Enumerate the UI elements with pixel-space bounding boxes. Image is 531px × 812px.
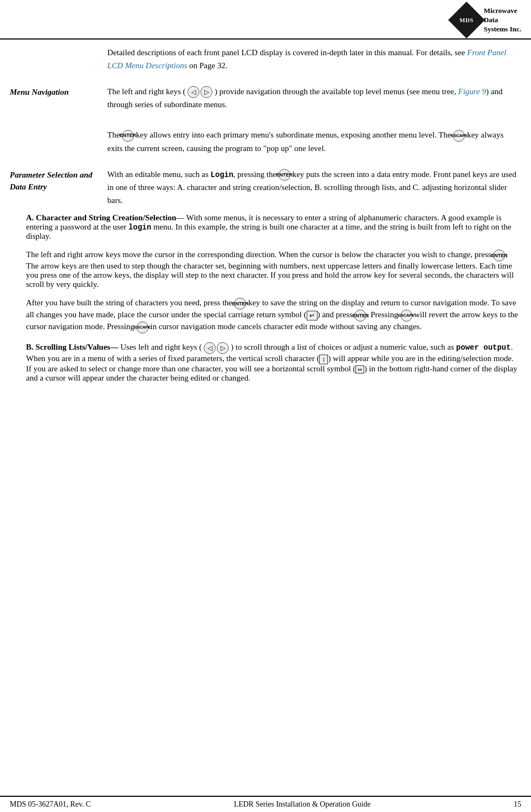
enter-key-icon: ENTER	[122, 130, 134, 142]
login-menu-label: login	[128, 223, 151, 232]
menu-nav-body: The left and right keys ( ◁ ▷ ) provide …	[107, 85, 520, 155]
main-content: Detailed descriptions of each front pane…	[0, 40, 531, 415]
menu-nav-section: Menu Navigation The left and right keys …	[0, 78, 531, 161]
logo: MDS Microwave Data Systems Inc.	[454, 6, 521, 34]
logo-text: Microwave Data Systems Inc.	[484, 6, 521, 34]
footer-center: LEDR Series Installation & Operation Gui…	[234, 800, 371, 809]
enter-key-icon5: ENTER	[354, 310, 366, 322]
intro-paragraph: Detailed descriptions of each front pane…	[107, 46, 520, 72]
logo-line3: Systems Inc.	[484, 25, 521, 34]
logo-line2: Data	[484, 16, 521, 25]
enter-key-icon3: ENTER	[493, 250, 505, 261]
subsection-a-body1: The left and right arrow keys move the c…	[26, 250, 520, 289]
param-body: With an editable menu, such as Login, pr…	[107, 168, 520, 207]
vertical-scroll-symbol: ↕	[319, 355, 328, 364]
escape-key-icon: ESCAPE	[453, 130, 465, 142]
param-intro: With an editable menu, such as Login, pr…	[107, 168, 520, 207]
subsection-a-body2: After you have built the string of chara…	[26, 298, 520, 333]
enter-key-icon4: ENTER	[234, 298, 246, 310]
logo-diamond: MDS	[448, 2, 485, 38]
footer-page-number: 15	[514, 800, 521, 809]
escape-key-icon3: ESCAPE	[137, 322, 148, 333]
subsection-b-right-arrow: ▷	[217, 342, 229, 354]
left-arrow-key: ◁	[187, 86, 199, 98]
carriage-return-symbol: ↵	[307, 311, 318, 320]
footer-left: MDS 05-3627A01, Rev. C	[10, 800, 91, 809]
intro-label	[10, 46, 107, 72]
page-header: MDS Microwave Data Systems Inc.	[0, 0, 531, 40]
subsection-b-left-arrow: ◁	[204, 342, 216, 354]
subsection-a-heading-para: A. Character and String Creation/Selecti…	[26, 213, 520, 241]
param-section: Parameter Selection and Data Entry With …	[0, 161, 531, 214]
subsection-a: A. Character and String Creation/Selecti…	[0, 213, 531, 383]
horizontal-scroll-symbol: ⇔	[355, 365, 364, 374]
menu-nav-para1: The left and right keys ( ◁ ▷ ) provide …	[107, 85, 520, 112]
subsection-b-para: B. Scrolling Lists/Values— Uses left and…	[26, 342, 520, 383]
intro-section: Detailed descriptions of each front pane…	[0, 40, 531, 78]
subsection-b-arrow-keys: ◁ ▷	[204, 342, 229, 354]
front-panel-link[interactable]: Front Panel LCD Menu Descriptions	[107, 48, 506, 70]
page-footer: MDS 05-3627A01, Rev. C LEDR Series Insta…	[0, 796, 531, 812]
menu-nav-label: Menu Navigation	[10, 85, 107, 155]
power-output-label: power output	[456, 344, 511, 352]
logo-mds-letters: MDS	[459, 17, 474, 23]
left-right-arrow-keys: ◁ ▷	[187, 86, 212, 98]
login-label: Login	[211, 171, 234, 179]
escape-key-icon2: ESCAPE	[400, 310, 412, 322]
enter-key-icon2: ENTER	[279, 169, 290, 181]
param-label-text: Parameter Selection and Data Entry	[10, 171, 93, 192]
logo-line1: Microwave	[484, 6, 521, 16]
subsection-b-heading: B. Scrolling Lists/Values—	[26, 343, 118, 352]
intro-body: Detailed descriptions of each front pane…	[107, 46, 520, 72]
menu-nav-para2: The ENTER key allows entry into each pri…	[107, 128, 520, 155]
right-arrow-key: ▷	[200, 86, 212, 98]
param-label: Parameter Selection and Data Entry	[10, 168, 107, 207]
subsection-a-heading: A. Character and String Creation/Selecti…	[26, 213, 176, 222]
figure9-link[interactable]: Figure 9	[458, 87, 486, 96]
